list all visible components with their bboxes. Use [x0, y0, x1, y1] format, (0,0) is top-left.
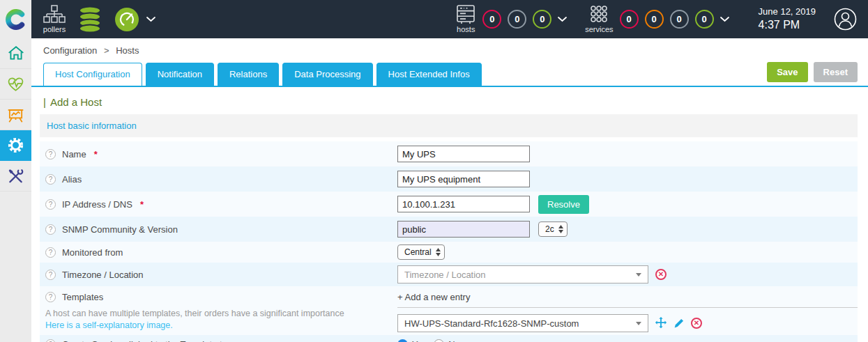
services-menu[interactable]: services: [585, 5, 613, 33]
services-label: services: [585, 25, 613, 33]
breadcrumb-item-hosts[interactable]: Hosts: [116, 45, 139, 56]
sidebar-item-home[interactable]: [0, 38, 31, 69]
select-spinner-icon: [436, 248, 441, 256]
service-counter-warning[interactable]: 0: [645, 10, 664, 29]
help-icon[interactable]: ?: [45, 199, 56, 210]
required-asterisk: *: [140, 199, 144, 210]
add-template-entry-button[interactable]: + Add a new entry: [397, 292, 858, 308]
host-counter-up[interactable]: 0: [533, 10, 551, 29]
centreon-logo[interactable]: [0, 0, 31, 38]
page-title-text: Add a Host: [50, 96, 102, 108]
template-move-handle[interactable]: [655, 317, 667, 329]
breadcrumb-separator: >: [104, 45, 109, 56]
ip-address-label: IP Address / DNS: [62, 199, 132, 210]
reset-button[interactable]: Reset: [814, 62, 858, 82]
name-label: Name: [62, 149, 86, 160]
user-menu[interactable]: [834, 8, 857, 31]
tab-bar: Host Configuration Notification Relation…: [31, 62, 868, 87]
help-icon[interactable]: ?: [45, 247, 56, 258]
templates-help-link[interactable]: Here is a self-explanatory image.: [45, 320, 397, 330]
radio-no-label[interactable]: No: [448, 339, 460, 342]
ip-address-input[interactable]: [397, 196, 530, 212]
timezone-clear-button[interactable]: ✕: [655, 269, 667, 280]
pollers-menu[interactable]: pollers: [43, 5, 66, 33]
tools-icon: [6, 167, 25, 185]
help-icon[interactable]: ?: [45, 270, 56, 280]
monitored-from-label: Monitored from: [62, 247, 123, 258]
hosts-icon: [455, 5, 476, 24]
timezone-select[interactable]: Timezone / Location: [397, 265, 648, 283]
form-row-create-services: ? Create Services linked to the Template…: [40, 335, 858, 342]
monitored-from-value: Central: [404, 247, 432, 257]
alias-input[interactable]: [397, 171, 530, 187]
pencil-icon: [673, 318, 685, 329]
tab-data-processing[interactable]: Data Processing: [282, 63, 372, 86]
timezone-placeholder: Timezone / Location: [404, 270, 486, 280]
monitored-from-select[interactable]: Central: [397, 244, 445, 260]
name-input[interactable]: [397, 146, 530, 162]
host-counter-unreachable[interactable]: 0: [508, 10, 526, 29]
poller-chevron-down-icon[interactable]: [146, 17, 155, 22]
save-button[interactable]: Save: [767, 62, 807, 82]
topbar-right-group: hosts 0 0 0 services 0 0 0 0: [455, 5, 868, 33]
hosts-chevron-down-icon[interactable]: [558, 17, 567, 22]
form-row-templates: ? Templates A host can have multiple tem…: [40, 286, 858, 335]
help-icon[interactable]: ?: [45, 174, 56, 185]
radio-yes[interactable]: [397, 339, 408, 342]
required-asterisk: *: [94, 149, 98, 160]
resolve-button[interactable]: Resolve: [538, 195, 589, 214]
help-icon[interactable]: ?: [45, 339, 56, 342]
sidebar-item-monitoring[interactable]: [0, 69, 31, 100]
tab-host-configuration[interactable]: Host Configuration: [43, 63, 142, 86]
template-selected-value: HW-UPS-Standard-Rfc1628-SNMP-custom: [404, 318, 579, 329]
sidebar-item-configuration[interactable]: [0, 130, 31, 161]
snmp-community-input[interactable]: [397, 221, 530, 238]
tab-notification[interactable]: Notification: [146, 63, 214, 86]
gear-icon: [6, 136, 25, 155]
title-pipe: |: [43, 96, 46, 108]
services-chevron-down-icon[interactable]: [720, 17, 729, 22]
pollers-icon: [43, 5, 66, 24]
template-delete-button[interactable]: ✕: [691, 318, 702, 329]
form-row-alias: ? Alias: [40, 166, 858, 192]
form-row-snmp: ? SNMP Community & Version 2c: [40, 217, 858, 242]
tab-relations[interactable]: Relations: [218, 63, 279, 86]
create-services-radio-group: Yes No: [397, 339, 466, 342]
form-content: Host basic information ? Name * ? Alias …: [40, 114, 858, 342]
help-icon[interactable]: ?: [45, 149, 56, 160]
section-host-basic-information: Host basic information: [40, 114, 858, 137]
page-title: |Add a Host: [43, 96, 856, 108]
template-edit-button[interactable]: [673, 318, 685, 329]
tab-host-extended-infos[interactable]: Host Extended Infos: [376, 63, 482, 86]
sidebar-item-administration[interactable]: [0, 161, 31, 192]
database-status[interactable]: [77, 6, 102, 33]
current-date: June 12, 2019: [759, 6, 816, 17]
service-counter-unknown[interactable]: 0: [670, 10, 689, 29]
radio-yes-label[interactable]: Yes: [412, 339, 427, 342]
services-icon: [588, 5, 609, 24]
service-counter-ok[interactable]: 0: [695, 10, 714, 29]
engine-status[interactable]: [114, 6, 140, 33]
service-counter-critical[interactable]: 0: [620, 10, 639, 29]
form-actions: Save Reset: [767, 62, 858, 86]
breadcrumb-item-configuration[interactable]: Configuration: [43, 45, 97, 56]
chart-easel-icon: [6, 106, 25, 124]
hosts-menu[interactable]: hosts: [455, 5, 476, 33]
chevron-down-icon: [636, 273, 641, 277]
select-spinner-icon: [558, 225, 563, 233]
database-icon: [77, 6, 102, 33]
gauge-icon: [114, 6, 140, 33]
sidebar-item-reporting[interactable]: [0, 100, 31, 130]
snmp-version-value: 2c: [545, 224, 554, 234]
host-counter-down[interactable]: 0: [482, 10, 501, 29]
topbar-left-group: pollers: [31, 5, 155, 33]
timezone-label: Timezone / Location: [62, 270, 144, 280]
snmp-version-select[interactable]: 2c: [538, 221, 568, 237]
sidebar: [0, 38, 31, 342]
radio-no[interactable]: [434, 339, 444, 342]
help-icon[interactable]: ?: [45, 224, 56, 235]
help-icon[interactable]: ?: [45, 292, 56, 302]
form-row-ip-address: ? IP Address / DNS * Resolve: [40, 192, 858, 217]
template-select[interactable]: HW-UPS-Standard-Rfc1628-SNMP-custom: [397, 314, 648, 332]
pollers-label: pollers: [43, 25, 66, 33]
